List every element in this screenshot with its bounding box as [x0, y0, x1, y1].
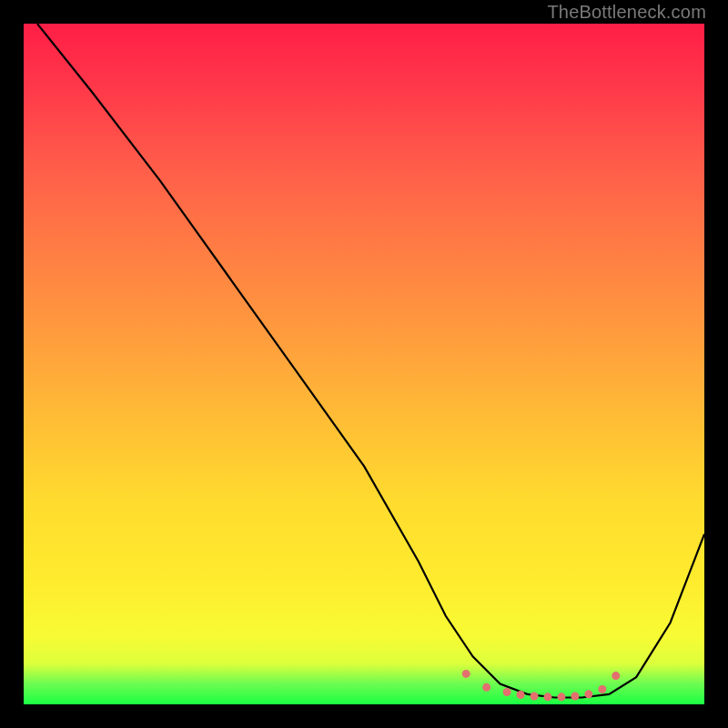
marker-dot	[503, 688, 511, 696]
curve-line	[37, 24, 704, 698]
marker-dot	[462, 670, 470, 678]
plot-area	[22, 22, 706, 706]
watermark-text: TheBottleneck.com	[547, 2, 706, 23]
marker-dot	[571, 693, 579, 701]
bottleneck-curve	[37, 24, 704, 698]
marker-dot	[557, 693, 565, 701]
marker-dot	[543, 693, 551, 701]
marker-dot	[584, 690, 592, 698]
marker-dot	[482, 683, 490, 692]
marker-dot	[517, 691, 525, 699]
marker-dot	[598, 685, 606, 693]
marker-dot	[531, 693, 539, 701]
chart-container: TheBottleneck.com	[0, 0, 728, 728]
marker-dot	[612, 672, 620, 680]
chart-svg	[24, 24, 704, 704]
